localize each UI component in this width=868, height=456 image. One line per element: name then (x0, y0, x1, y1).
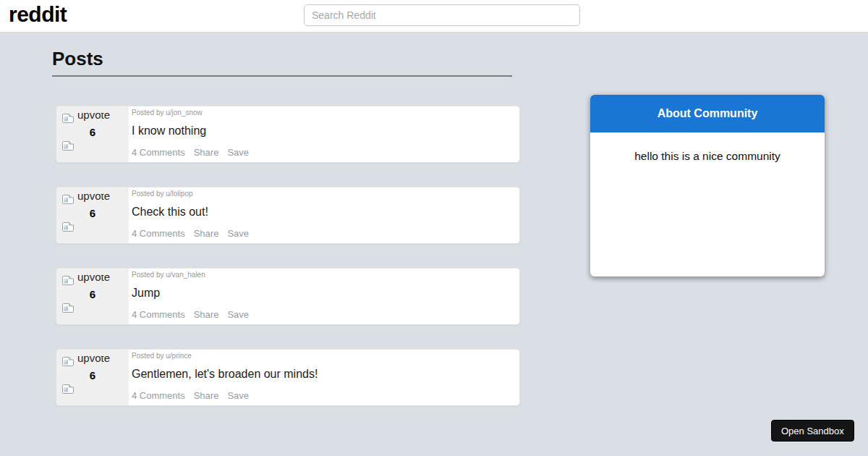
post-author: Posted by u/jon_snow (132, 109, 519, 117)
post-title: Gentlemen, let's broaden our minds! (132, 368, 519, 381)
share-link[interactable]: Share (194, 309, 219, 320)
vote-count: 6 (56, 369, 129, 381)
post-footer: 4 Comments Share Save (132, 147, 519, 158)
posts-list: upvote 6 Posted by u/jon_snow I know not… (56, 106, 520, 406)
open-sandbox-button[interactable]: Open Sandbox (771, 420, 854, 442)
post-author: Posted by u/van_halen (132, 271, 519, 279)
about-community-card: About Community hello this is a nice com… (590, 95, 825, 276)
share-link[interactable]: Share (194, 228, 219, 239)
post-footer: 4 Comments Share Save (132, 309, 519, 320)
broken-image-icon (62, 384, 129, 394)
posts-heading: Posts (52, 48, 512, 77)
upvote-button[interactable]: upvote (62, 275, 129, 285)
upvote-button[interactable]: upvote (62, 194, 129, 204)
upvote-button[interactable]: upvote (62, 113, 129, 123)
post-author: Posted by u/prince (132, 352, 519, 360)
about-community-description: hello this is a nice community (590, 132, 825, 163)
vote-count: 6 (56, 288, 129, 300)
vote-column: upvote 6 (56, 269, 129, 324)
vote-column: upvote 6 (56, 350, 129, 405)
about-community-header: About Community (590, 95, 825, 132)
post-card: upvote 6 Posted by u/lolipop Check this … (56, 187, 520, 244)
post-body: Posted by u/van_halen Jump 4 Comments Sh… (129, 269, 519, 324)
upvote-alt-text: upvote (77, 194, 110, 204)
comments-link[interactable]: 4 Comments (132, 147, 185, 158)
broken-image-icon (62, 357, 74, 366)
downvote-button[interactable] (62, 141, 129, 151)
broken-image-icon (62, 114, 74, 123)
post-title: Check this out! (132, 206, 519, 219)
post-title: I know nothing (132, 124, 519, 138)
post-body: Posted by u/jon_snow I know nothing 4 Co… (129, 106, 519, 162)
post-author: Posted by u/lolipop (132, 190, 519, 198)
post-body: Posted by u/lolipop Check this out! 4 Co… (129, 187, 519, 243)
upvote-alt-text: upvote (77, 356, 110, 366)
broken-image-icon (62, 276, 74, 285)
broken-image-icon (62, 141, 129, 151)
broken-image-icon (62, 303, 129, 313)
posts-section: Posts upvote 6 Posted by u/jon_s (52, 48, 520, 430)
post-card: upvote 6 Posted by u/van_halen Jump 4 Co… (56, 268, 520, 325)
broken-image-icon (62, 222, 129, 232)
search-input[interactable] (304, 4, 580, 26)
broken-image-icon (62, 195, 74, 204)
reddit-logo: reddit (9, 2, 67, 27)
comments-link[interactable]: 4 Comments (132, 390, 185, 401)
share-link[interactable]: Share (194, 390, 219, 401)
post-body: Posted by u/prince Gentlemen, let's broa… (129, 350, 519, 405)
downvote-button[interactable] (62, 384, 129, 394)
save-link[interactable]: Save (227, 228, 249, 239)
downvote-button[interactable] (62, 303, 129, 313)
upvote-alt-text: upvote (77, 113, 110, 123)
save-link[interactable]: Save (227, 309, 249, 320)
app-header: reddit (0, 0, 868, 33)
post-footer: 4 Comments Share Save (132, 228, 519, 239)
vote-count: 6 (56, 207, 129, 219)
comments-link[interactable]: 4 Comments (132, 309, 185, 320)
vote-column: upvote 6 (56, 106, 129, 162)
post-card: upvote 6 Posted by u/prince Gentlemen, l… (56, 349, 520, 406)
post-title: Jump (132, 287, 519, 300)
upvote-alt-text: upvote (77, 275, 110, 285)
share-link[interactable]: Share (194, 147, 219, 158)
save-link[interactable]: Save (227, 147, 249, 158)
upvote-button[interactable]: upvote (62, 356, 129, 366)
downvote-button[interactable] (62, 222, 129, 232)
comments-link[interactable]: 4 Comments (132, 228, 185, 239)
vote-count: 6 (56, 126, 129, 138)
post-footer: 4 Comments Share Save (132, 390, 519, 401)
save-link[interactable]: Save (227, 390, 249, 401)
vote-column: upvote 6 (56, 187, 129, 243)
post-card: upvote 6 Posted by u/jon_snow I know not… (56, 106, 520, 163)
